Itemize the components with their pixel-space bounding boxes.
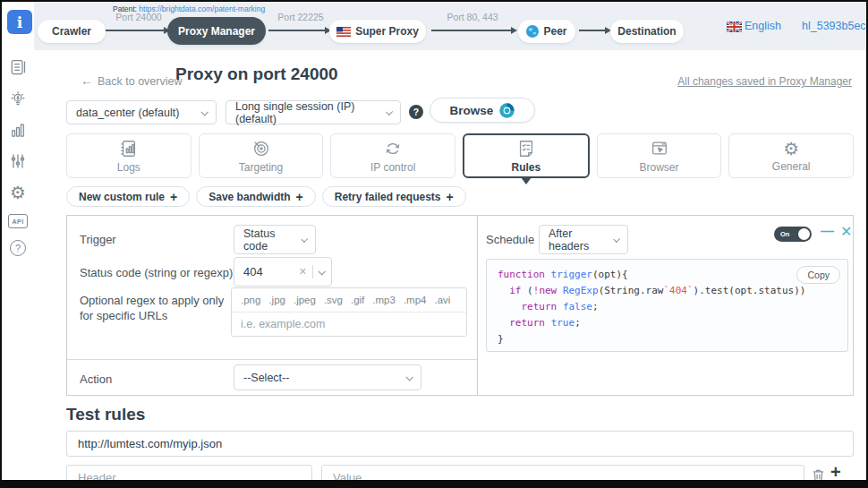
session-select-value: Long single session (IP) (default) [235,100,379,125]
copy-button[interactable]: Copy [796,266,840,284]
tab-browser[interactable]: Browser [597,133,722,178]
extension-chip[interactable]: .jpg [268,295,285,305]
chrome-icon [499,103,515,118]
chevron-down-icon [405,373,413,381]
back-arrow-icon: ← [81,73,93,88]
extension-chip[interactable]: .jpeg [294,295,316,305]
session-help-icon[interactable]: ? [409,105,423,119]
refresh-icon [383,139,403,158]
retry-failed-requests-button[interactable]: Retry failed requests + [322,186,466,207]
tab-bar: Logs Targeting IP control Rules [66,133,854,178]
zone-select-value: data_center (default) [76,107,179,119]
port-label-1: Port 24000 [102,12,175,22]
action-divider [67,359,477,360]
action-select-value: --Select-- [243,372,289,384]
tab-label: Rules [512,161,541,174]
status-code-input[interactable]: 404 ✕ [234,257,332,287]
tab-targeting[interactable]: Targeting [199,133,324,178]
port-label-2: Port 22225 [268,12,333,22]
tab-rules[interactable]: Rules [463,133,590,178]
schedule-select[interactable]: After headers [539,225,628,254]
tab-general[interactable]: ⚙ General [728,133,854,178]
stats-icon[interactable] [8,120,28,140]
tab-label: General [772,160,811,173]
tab-ip-control[interactable]: IP control [330,133,455,178]
help-icon[interactable]: ? [10,240,26,256]
rule-editor-panel: Trigger Status code Status code (string … [66,215,854,396]
extension-chip[interactable]: .png [241,295,260,305]
flow-arrow [106,30,165,31]
trigger-select[interactable]: Status code [234,225,316,254]
tab-logs[interactable]: Logs [66,133,191,178]
plus-icon: + [296,190,303,204]
extension-chip[interactable]: .avi [434,295,450,305]
rule-buttons-row: New custom rule + Save bandwidth + Retry… [66,186,466,207]
save-bandwidth-button[interactable]: Save bandwidth + [196,186,316,207]
button-label: New custom rule [79,191,165,203]
button-label: Retry failed requests [335,191,441,203]
account-menu[interactable]: hl_5393b5ec (hl_5393 [802,20,868,32]
app-window: Patent: https://brightdata.com/patent-ma… [0,0,868,488]
targeting-icon [251,139,271,158]
language-selector[interactable]: English [745,20,781,32]
flow-node-destination: Destination [610,20,684,43]
notebook-icon[interactable] [8,57,28,77]
extension-chip[interactable]: .mp4 [404,295,427,305]
flow-node-label: Peer [543,25,566,38]
tab-label: Logs [117,161,140,174]
action-select[interactable]: --Select-- [234,364,421,390]
clear-icon[interactable]: ✕ [299,266,307,278]
panel-divider [477,216,478,395]
flow-node-label: Proxy Manager [178,25,255,38]
extension-chip-row: .png .jpg .jpeg .svg .gif .mp3 .mp4 .avi [232,288,466,312]
brightdata-logo-icon[interactable]: i [7,10,32,34]
flow-node-peer: Peer [518,20,575,43]
globe-icon [526,25,539,38]
flow-node-label: Crawler [52,25,91,38]
logs-icon [119,139,139,158]
chevron-down-icon [301,235,308,243]
idea-icon[interactable] [8,89,28,108]
extension-chip[interactable]: .mp3 [372,295,396,305]
browser-icon [650,139,669,158]
minimize-icon[interactable]: — [821,223,834,238]
plus-icon: + [170,190,177,204]
flow-node-label: Destination [617,25,676,38]
chevron-down-icon [386,108,393,116]
chevron-down-icon[interactable] [318,268,325,275]
extension-chip[interactable]: .svg [324,295,343,305]
tab-label: IP control [370,161,415,174]
close-icon[interactable]: ✕ [840,223,852,240]
gear-icon[interactable]: ⚙ [8,183,28,202]
sliders-icon[interactable] [8,151,28,171]
flow-arrow [431,30,512,31]
flow-node-crawler: Crawler [38,20,106,43]
viewport-cutoff [2,480,866,486]
trigger-code-block: function trigger(opt){ if (!new RegExp(S… [486,259,848,352]
browse-label: Browse [450,104,494,117]
active-tab-pointer-icon [521,177,532,184]
tab-label: Targeting [239,161,283,174]
flow-node-proxy-manager: Proxy Manager [167,17,266,45]
browse-button[interactable]: Browse [430,98,535,123]
rule-on-toggle[interactable]: On [774,227,812,242]
flow-node-label: Super Proxy [355,25,419,38]
regex-url-box: .png .jpg .jpeg .svg .gif .mp3 .mp4 .avi [231,287,467,337]
toggle-knob [798,228,810,240]
api-icon[interactable]: API [8,214,28,228]
session-select[interactable]: Long single session (IP) (default) [226,100,401,124]
chevron-down-icon [200,108,208,116]
gear-icon: ⚙ [783,140,799,158]
test-url-input[interactable] [66,431,854,457]
zone-select[interactable]: data_center (default) [66,100,217,124]
plus-icon: + [446,190,453,204]
extension-chip[interactable]: .gif [351,295,364,305]
new-custom-rule-button[interactable]: New custom rule + [66,186,190,207]
chevron-down-icon [613,235,620,243]
trigger-label: Trigger [80,233,116,246]
regex-url-input[interactable] [232,312,466,336]
back-to-overview-link[interactable]: ←Back to overview [81,73,182,88]
changes-saved-link[interactable]: All changes saved in Proxy Manager [677,75,852,88]
flow-node-super-proxy: Super Proxy [329,20,426,43]
button-label: Save bandwidth [208,191,290,203]
